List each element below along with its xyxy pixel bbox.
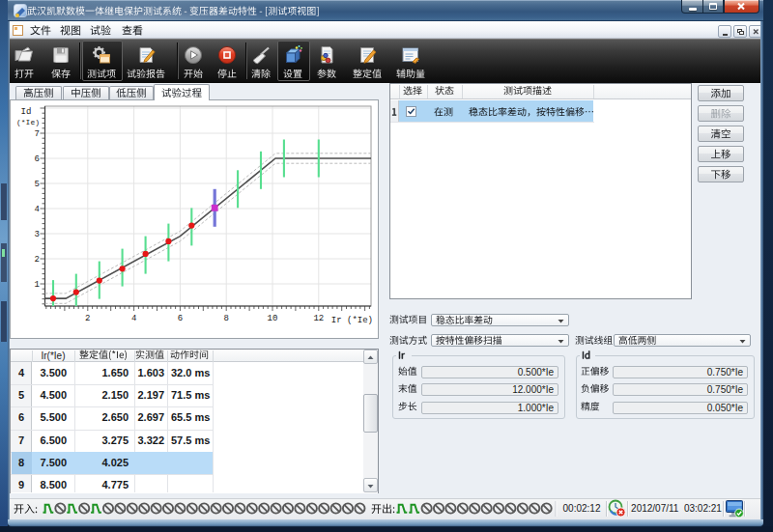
- svg-text:6: 6: [35, 154, 40, 164]
- svg-text:3: 3: [35, 230, 40, 239]
- svg-text:4: 4: [35, 205, 40, 214]
- svg-text:4: 4: [131, 314, 136, 323]
- svg-text:7: 7: [35, 129, 40, 139]
- svg-text:5: 5: [35, 180, 40, 189]
- svg-text:2: 2: [35, 255, 40, 265]
- svg-text:Id: Id: [21, 107, 32, 117]
- svg-text:(*Ie): (*Ie): [16, 118, 40, 126]
- svg-text:8: 8: [223, 314, 228, 323]
- svg-text:1: 1: [35, 280, 40, 290]
- svg-text:12: 12: [313, 314, 324, 323]
- svg-text:Ir (*Ie): Ir (*Ie): [331, 316, 373, 325]
- svg-text:2: 2: [85, 314, 90, 323]
- svg-text:10: 10: [268, 314, 278, 323]
- svg-text:6: 6: [178, 314, 183, 323]
